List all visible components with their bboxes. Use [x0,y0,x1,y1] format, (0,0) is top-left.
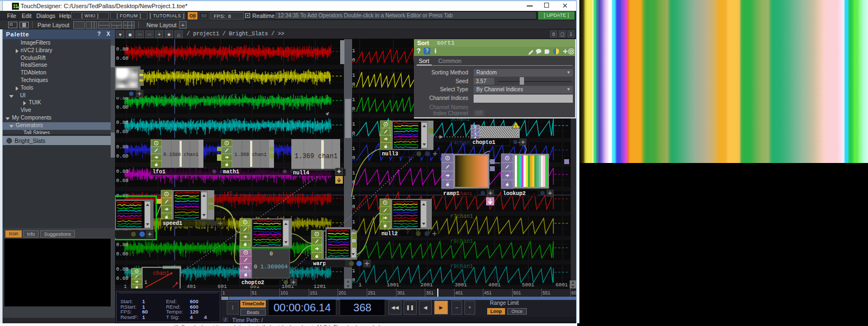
svg-text:0: 0 [352,204,355,210]
svg-text:r3: r3 [231,118,237,123]
svg-text:r7chan1: r7chan1 [450,214,473,220]
svg-text:0.1588 chan1: 0.1588 chan1 [163,152,199,158]
svg-text:2001: 2001 [420,282,433,288]
svg-text:1: 1 [352,219,355,225]
svg-text:2chan1: 2chan1 [455,191,472,197]
svg-text:0: 0 [352,277,355,283]
svg-text:1: 1 [352,268,355,274]
svg-text:0.80: 0.80 [116,242,129,248]
svg-text:0.80: 0.80 [116,144,129,150]
svg-text:!: ! [515,124,517,129]
svg-text:chopto1: chopto1 [473,140,495,146]
svg-text:0.60: 0.60 [116,129,129,135]
svg-text:lfo1: lfo1 [152,169,165,175]
svg-text:0: 0 [352,57,355,63]
svg-text:r2: r2 [231,93,237,99]
svg-text:1: 1 [352,72,355,78]
svg-text:1: 1 [352,97,355,103]
svg-text:r8chan1: r8chan1 [450,239,473,244]
svg-text:null4: null4 [293,170,309,176]
svg-text:1: 1 [352,170,355,176]
svg-text:1.369 chan1: 1.369 chan1 [234,152,266,158]
svg-text:0: 0 [270,251,273,257]
svg-text:0: 0 [352,130,355,136]
svg-text:0.60: 0.60 [116,178,129,184]
svg-text:null3: null3 [382,151,398,157]
svg-text:chopto2: chopto2 [241,280,264,286]
svg-text:1: 1 [352,195,355,200]
svg-text:speed1: speed1 [163,221,182,227]
svg-text:0.60: 0.60 [116,251,129,257]
svg-text:0: 0 [352,82,355,87]
svg-text:4001: 4001 [488,282,501,288]
svg-text:3001: 3001 [455,282,467,288]
svg-text:5001: 5001 [522,282,534,288]
svg-text:1.369 chan1: 1.369 chan1 [295,153,337,160]
svg-text:r1: r1 [231,69,237,74]
svg-text:null2: null2 [381,231,398,237]
svg-text:0.60: 0.60 [116,275,129,281]
svg-text:lookup2: lookup2 [503,191,526,197]
svg-text:r4chan1: r4chan1 [450,140,473,146]
svg-text:0.60: 0.60 [116,153,129,159]
svg-text:1: 1 [359,282,362,288]
svg-text:0.80: 0.80 [116,120,129,126]
svg-text:0: 0 [352,106,355,112]
svg-text:1001: 1001 [387,282,399,288]
svg-text:r9chan1: r9chan1 [450,264,473,269]
svg-text:1: 1 [352,121,355,127]
svg-text:0.60: 0.60 [116,104,129,110]
svg-text:0: 0 [352,155,355,161]
svg-text:6001: 6001 [556,282,568,288]
svg-text:1: 1 [144,280,147,285]
svg-text:0.80: 0.80 [116,46,129,52]
svg-text:math1: math1 [223,169,239,175]
svg-text:0.80: 0.80 [116,266,129,272]
svg-text:0.80: 0.80 [116,168,129,174]
svg-text:0: 0 [254,264,257,270]
svg-text:1: 1 [352,146,355,152]
svg-text:1.369064: 1.369064 [260,264,288,270]
svg-text:0.60: 0.60 [116,55,129,61]
svg-text:1: 1 [352,48,355,54]
